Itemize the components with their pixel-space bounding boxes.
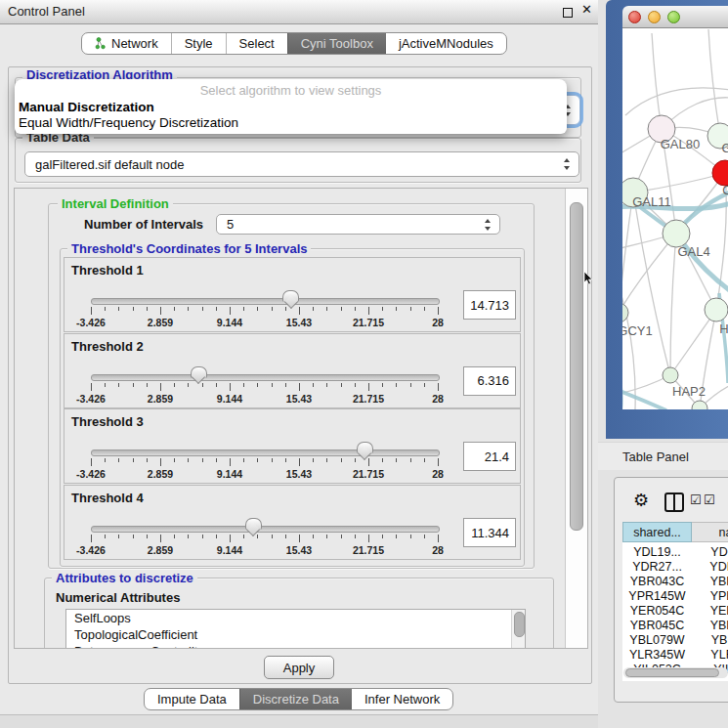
threshold-value-field[interactable]: 6.316 [463,366,516,396]
table-row[interactable]: YPR145WYPR1 [622,589,728,604]
slider-tick-label: 21.715 [353,544,384,556]
slider-thumb[interactable] [191,366,207,378]
network-edge[interactable] [625,88,728,115]
table-row[interactable]: YDR27...YDR2 [622,560,728,575]
slider-tick-labels: -3.4262.8599.14415.4321.71528 [91,544,438,555]
attributes-list-scrollbar[interactable] [511,610,525,649]
slider-tick [105,535,106,538]
attribute-item-topologicalcoefficient[interactable]: TopologicalCoefficient [66,626,525,643]
network-node-h[interactable] [705,298,728,321]
number-of-intervals-combo[interactable]: 5 [216,214,500,235]
slider-track[interactable] [91,526,440,533]
close-icon[interactable]: ✕ [581,2,592,17]
node-attribute-table[interactable]: shared... na YDL19...YDL1YDR27...YDR2YBR… [622,522,728,681]
slider-tick [118,383,119,387]
table-row[interactable]: YDL19...YDL1 [622,545,728,560]
slider-tick [326,383,327,387]
tab-style[interactable]: Style [171,33,226,54]
settings-vertical-scrollbar[interactable] [565,189,587,648]
close-traffic-light-icon[interactable] [628,11,641,23]
scrollbar-thumb[interactable] [514,612,525,637]
slider-tick [326,458,327,462]
threshold-value-field[interactable]: 21.4 [463,442,516,471]
threshold-value-field[interactable]: 14.713 [463,290,516,320]
cell-name: YLR3 [692,648,728,662]
table-row[interactable]: YLR345WYLR3 [622,648,728,663]
slider-tick [257,535,258,538]
tab-impute-data[interactable]: Impute Data [145,689,239,709]
checkbox-icon[interactable]: ☑ [690,492,702,507]
table-row[interactable]: YBL079WYBL0 [622,633,728,648]
network-node-label: C [722,183,728,197]
slider-tick [105,458,106,462]
network-node-gal4[interactable] [663,220,690,247]
table-row[interactable]: YBR043CYBR0 [622,575,728,589]
tab-discretize-data[interactable]: Discretize Data [239,689,352,709]
table-row[interactable]: YBR045CYBR0 [622,619,728,633]
slider-tick-labels: -3.4262.8599.14415.4321.71528 [91,468,438,479]
table-data-combo[interactable]: galFiltered.sif default node [24,151,579,177]
algorithm-option-manual[interactable]: Manual Discretization [19,100,154,114]
slider-tick [341,383,342,387]
cell-shared-name: YER054C [622,604,692,618]
network-canvas[interactable]: GAL80GACGAL11GAL4GCY1HHAP2 [622,28,728,409]
slider-thumb[interactable] [282,290,299,302]
network-edge[interactable] [633,193,670,375]
tab-label: Impute Data [157,692,227,707]
gear-icon[interactable]: ⚙ [633,490,649,511]
table-horizontal-scrollbar[interactable] [623,667,728,678]
apply-button[interactable]: Apply [264,656,334,679]
slider-tick [147,458,148,462]
slider-tick-label: -3.426 [76,468,106,480]
network-edge[interactable] [652,33,662,129]
attribute-item-selfloops[interactable]: SelfLoops [66,610,525,626]
slider-tick [313,458,314,462]
attribute-item-betweennesscentrality[interactable]: BetweennessCentrality [66,643,525,649]
zoom-traffic-light-icon[interactable] [667,11,680,23]
slider-tick [396,535,397,538]
scrollbar-thumb[interactable] [570,202,583,531]
column-header-name[interactable]: na [692,522,728,542]
algorithm-option-equal-width[interactable]: Equal Width/Frequency Discretization [19,115,238,130]
network-node-label: GA [722,141,728,155]
network-edge[interactable] [622,193,633,313]
tab-network[interactable]: Network [82,33,171,54]
slider-tick [299,307,300,315]
slider-tick-label: -3.426 [76,544,106,556]
slider-tick [410,458,411,462]
network-node-label: HAP2 [672,384,706,399]
tab-label: jActiveMNodules [399,36,493,51]
cell-name: YDR2 [692,560,728,574]
threshold-value-field[interactable]: 11.344 [463,518,516,547]
minimize-traffic-light-icon[interactable] [648,11,661,23]
slider-tick [133,535,134,538]
slider-track[interactable] [91,298,440,305]
slider-track[interactable] [91,450,440,456]
slider-ticks [91,307,438,315]
slider-track[interactable] [91,374,440,381]
tab-label: Network [111,36,158,51]
tab-infer-network[interactable]: Infer Network [352,689,452,709]
tab-select[interactable]: Select [226,33,287,54]
table-row[interactable]: YER054CYER0 [622,604,728,619]
slider-thumb[interactable] [245,518,262,530]
numerical-attributes-list[interactable]: SelfLoopsTopologicalCoefficientBetweenne… [65,609,526,649]
split-view-icon[interactable] [664,492,684,512]
float-window-icon[interactable] [563,8,573,18]
checkbox-icon[interactable]: ☑ [704,492,715,507]
panel-tab-bar: NetworkStyleSelectCyni ToolboxjActiveMNo… [81,32,507,55]
network-node-hap2[interactable] [663,367,678,383]
control-panel-titlebar: Control Panel ✕ [0,0,598,24]
network-edge[interactable] [708,29,720,136]
column-header-shared-name[interactable]: shared... [622,522,692,542]
cell-name: YPR1 [692,589,728,603]
cell-name: YBR0 [692,619,728,632]
scrollbar-thumb[interactable] [625,668,719,677]
tab-cyni-toolbox[interactable]: Cyni Toolbox [287,33,386,54]
cell-shared-name: YDR27... [622,560,692,574]
slider-tick [216,307,217,311]
network-edge[interactable] [670,234,676,375]
tab-jactivemnodules[interactable]: jActiveMNodules [386,33,506,54]
slider-thumb[interactable] [357,442,373,453]
slider-tick [91,535,92,542]
